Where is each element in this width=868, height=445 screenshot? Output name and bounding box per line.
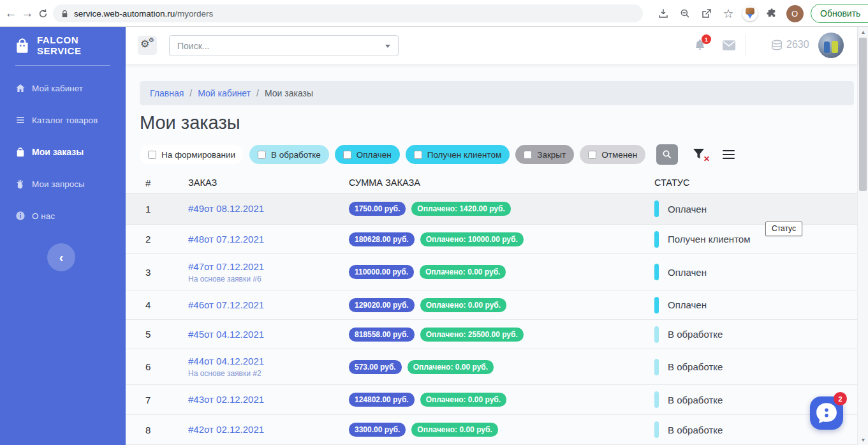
chat-widget-button[interactable]: 2 [810,396,843,430]
filter-closed[interactable]: Закрыт [515,145,574,164]
sidebar-item-label: Мои заказы [32,147,84,157]
zoom-out-button[interactable] [675,4,695,23]
clear-filters-button[interactable]: ✕ [691,146,708,163]
download-button[interactable] [654,4,673,23]
checkbox-icon[interactable] [343,151,351,159]
brand[interactable]: FALCON SERVICE [0,27,126,64]
order-sum-badge: 110000.00 руб. [349,265,414,279]
table-row[interactable]: 1 #49от 08.12.2021 1750.00 руб.Оплачено:… [126,193,857,225]
apply-filter-search-button[interactable] [656,144,678,165]
checkbox-icon[interactable] [524,151,532,159]
table-row[interactable]: 2 #48от 07.12.2021 180628.00 руб.Оплачен… [126,225,857,254]
sidebar-item-my-orders[interactable]: Мои заказы [0,136,126,168]
chat-unread-badge: 2 [834,392,847,405]
filter-paid[interactable]: Оплачен [335,145,400,164]
header-num[interactable]: # [145,177,188,188]
breadcrumb-current: Мои заказы [265,88,313,98]
order-link[interactable]: #46от 07.12.2021 [188,299,264,310]
order-link[interactable]: #44от 04.12.2021 [188,356,264,366]
order-note: На основе заявки #2 [188,369,349,378]
notifications-count-badge: 1 [702,34,711,44]
status-label: В обработке [668,329,723,340]
share-button[interactable] [697,4,716,23]
browser-forward-button[interactable]: → [19,5,36,22]
url-domain: service.web-automation.ru [74,9,175,19]
sidebar: FALCON SERVICE Мой кабинет Каталог товар… [0,27,126,445]
sidebar-collapse-button[interactable]: ‹ [47,243,75,271]
breadcrumb-cabinet-link[interactable]: Мой кабинет [198,88,251,98]
header-order[interactable]: ЗАКАЗ [188,177,349,188]
checkbox-icon[interactable] [588,151,596,159]
order-paid-badge: Оплачено: 25500.00 руб. [420,328,524,342]
browser-back-button[interactable]: ← [3,5,19,22]
checkbox-icon[interactable] [414,151,422,159]
browser-avatar: O [786,5,804,22]
scrollbar-thumb[interactable] [859,38,867,191]
row-number: 1 [145,204,188,215]
page-scrollbar[interactable]: ▲ ▼ [857,27,868,445]
header-status[interactable]: СТАТУС [654,177,857,188]
row-number: 6 [145,361,188,372]
filter-processing[interactable]: В обработке [249,145,329,164]
order-link[interactable]: #47от 07.12.2021 [188,261,264,272]
order-paid-badge: Оплачено: 0.00 руб. [408,360,494,374]
table-row[interactable]: 5 #45от 04.12.2021 818558.00 руб.Оплачен… [126,320,857,349]
filter-label: Закрыт [537,150,566,160]
download-icon [658,8,669,19]
reload-icon [38,8,48,19]
browser-reload-button[interactable] [34,5,51,22]
filter-received[interactable]: Получен клиентом [406,145,510,164]
filter-cancelled[interactable]: Отменен [580,145,645,164]
order-link[interactable]: #43от 02.12.2021 [188,394,264,405]
extension-shortcut-button[interactable] [740,4,760,23]
row-number: 2 [145,234,188,245]
settings-button[interactable]: ⚙ ⚙ [138,36,157,55]
filter-forming[interactable]: На формировании [140,145,244,164]
order-link[interactable]: #49от 08.12.2021 [188,203,264,214]
checkbox-icon[interactable] [258,151,266,159]
order-sum-badge: 3300.00 руб. [349,423,406,437]
search-select[interactable] [169,35,399,56]
notifications-button[interactable]: 1 [693,38,707,54]
sidebar-item-about[interactable]: О нас [0,200,126,232]
table-row[interactable]: 6 #44от 04.12.2021На основе заявки #2 57… [126,349,857,385]
coins-icon [770,40,784,54]
lock-icon [61,10,69,18]
table-row[interactable]: 4 #46от 07.12.2021 129020.00 руб.Оплачен… [126,290,857,320]
extensions-button[interactable] [762,4,781,23]
order-link[interactable]: #45от 04.12.2021 [188,329,264,340]
status-label: В обработке [668,395,723,405]
breadcrumb-home-link[interactable]: Главная [150,88,184,98]
table-row[interactable]: 7 #43от 02.12.2021 124802.00 руб.Оплачен… [126,385,857,415]
browser-chrome: ← → service.web-automation.ru/myorders ☆… [0,0,868,27]
status-bar [654,264,659,280]
table-row[interactable]: 3 #47от 07.12.2021На основе заявки #6 11… [126,254,857,290]
bookmark-star-button[interactable]: ☆ [719,4,738,23]
sidebar-item-my-requests[interactable]: Мои запросы [0,168,126,200]
order-link[interactable]: #42от 02.12.2021 [188,424,264,435]
scroll-down-icon[interactable]: ▼ [858,435,868,445]
checkbox-icon[interactable] [148,151,156,159]
zoom-out-icon [679,8,691,19]
order-sum-badge: 1750.00 руб. [349,202,406,216]
gear-small-icon: ⚙ [149,36,154,43]
red-x-icon: ✕ [703,155,710,163]
sidebar-item-catalog[interactable]: Каталог товаров [0,104,126,136]
app-window: FALCON SERVICE Мой кабинет Каталог товар… [0,27,868,445]
browser-profile-button[interactable]: O [785,4,804,23]
status-bar [654,200,659,217]
order-paid-badge: Оплачено: 0.00 руб. [420,298,506,312]
address-bar[interactable]: service.web-automation.ru/myorders [53,4,643,22]
user-avatar[interactable] [818,33,844,58]
header-sum[interactable]: СУММА ЗАКАЗА [349,177,654,188]
row-number: 3 [145,267,188,278]
scroll-up-icon[interactable]: ▲ [858,27,868,37]
table-menu-button[interactable] [723,150,735,160]
order-link[interactable]: #48от 07.12.2021 [188,234,264,245]
browser-menu-icon[interactable]: ⋮ [865,8,868,19]
messages-button[interactable] [722,40,736,54]
search-input[interactable] [177,36,369,56]
table-row[interactable]: 8 #42от 02.12.2021 3300.00 руб.Оплачено:… [126,415,857,445]
update-button[interactable]: Обновить ⋮ [811,4,868,23]
sidebar-item-my-cabinet[interactable]: Мой кабинет [0,72,126,104]
